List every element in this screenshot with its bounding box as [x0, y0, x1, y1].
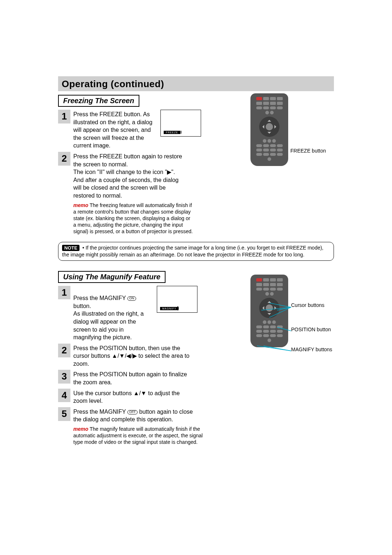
dialog-label: FREEZE — [164, 131, 180, 134]
section-header: Operating (continued) — [58, 76, 334, 91]
step-number: 4 — [58, 389, 70, 402]
note-label: NOTE — [62, 245, 79, 251]
step-text: Press the FREEZE button again to restore… — [73, 152, 186, 200]
memo-magnify: memo The magnify feature will automatica… — [73, 426, 204, 446]
step-number: 1 — [58, 110, 70, 123]
memo-text: The freezing feature will automatically … — [73, 202, 193, 235]
memo-label: memo — [73, 202, 88, 208]
updown-icon: ▲▼ — [176, 305, 180, 311]
on-pill-icon: ON — [127, 296, 136, 301]
step-magnify-3: 3 Press the POSITION button again to fin… — [58, 370, 236, 386]
step-text: Use the cursor buttons ▲/▼ to adjust the… — [73, 389, 193, 405]
memo-text: The magnify feature will automatically f… — [73, 426, 203, 445]
step-magnify-2: 2 Press the POSITION button, then use th… — [58, 344, 236, 368]
remote-diagram-freeze — [250, 93, 288, 166]
pause-icon: II — [180, 130, 182, 134]
callout-cursor-buttons: Cursor buttons — [291, 302, 324, 308]
step-text: Press the FREEZE button. As illustrated … — [73, 110, 157, 150]
off-pill-icon: OFF — [127, 410, 138, 414]
step-number: 5 — [58, 407, 70, 421]
step-magnify-4: 4 Use the cursor buttons ▲/▼ to adjust t… — [58, 389, 236, 405]
step-text: Press the MAGNIFY ON button. As illustra… — [73, 286, 153, 341]
step-freeze-2: 2 Press the FREEZE button again to resto… — [58, 152, 236, 200]
callout-position-button: POSITION button — [291, 327, 331, 333]
callout-freeze-button: FREEZE button — [290, 148, 326, 154]
step-freeze-1: 1 Press the FREEZE button. As illustrate… — [58, 110, 236, 150]
step-number: 2 — [58, 344, 70, 357]
subsection-magnify: Using The Magunify Feature — [58, 271, 166, 283]
step-number: 2 — [58, 152, 70, 166]
step-number: 1 — [58, 286, 70, 300]
step-magnify-1: 1 Press the MAGNIFY ON button. As illust… — [58, 286, 236, 341]
note-text: • If the projector continues projecting … — [62, 245, 323, 258]
step-magnify-5: 5 Press the MAGNIFY OFF button again to … — [58, 407, 236, 424]
step-text: Press the MAGNIFY OFF button again to cl… — [73, 407, 193, 424]
remote-diagram-magnify — [250, 275, 288, 347]
magnify-dialog-illustration: MAGNIFY ▲▼ — [157, 286, 197, 313]
memo-label: memo — [73, 426, 88, 432]
freeze-dialog-illustration: FREEZE II — [160, 110, 201, 137]
step-text: Press the POSITION button again to final… — [73, 370, 193, 386]
callout-magnify-buttons: MAGNIFY buttons — [291, 347, 332, 353]
step-number: 3 — [58, 370, 70, 384]
subsection-freezing: Freezing The Screen — [58, 95, 139, 107]
note-box: NOTE • If the projector continues projec… — [58, 242, 334, 260]
memo-freeze: memo The freezing feature will automatic… — [73, 202, 193, 235]
step-text: Press the POSITION button, then use the … — [73, 344, 193, 368]
